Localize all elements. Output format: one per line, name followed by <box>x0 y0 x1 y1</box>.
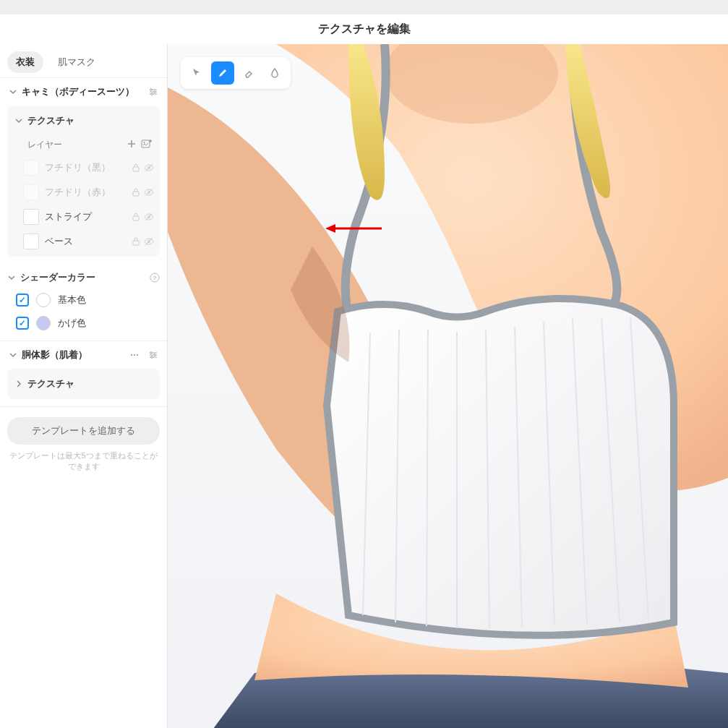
lock-icon[interactable] <box>131 163 141 173</box>
layer-thumb <box>23 209 39 225</box>
category-title: キャミ（ボディースーツ） <box>22 85 134 98</box>
svg-point-4 <box>144 142 145 143</box>
visibility-icon[interactable] <box>144 236 154 247</box>
svg-point-0 <box>150 89 153 91</box>
layer-thumb <box>23 160 39 176</box>
shader-base-row[interactable]: ✓ 基本色 <box>0 288 167 312</box>
svg-rect-11 <box>133 241 139 245</box>
settings-icon[interactable] <box>148 87 158 97</box>
svg-point-19 <box>154 354 156 356</box>
viewport-3d[interactable] <box>168 44 728 728</box>
svg-point-18 <box>150 352 153 354</box>
texture-panel: テクスチャ レイヤー フチドリ（黒） <box>7 106 160 257</box>
texture-panel-2: テクスチャ <box>7 369 160 399</box>
color-swatch[interactable] <box>36 293 51 307</box>
category-cami[interactable]: キャミ（ボディースーツ） <box>0 78 167 106</box>
tool-pointer[interactable] <box>185 61 208 85</box>
chevron-down-icon <box>7 273 16 282</box>
svg-point-17 <box>137 354 138 356</box>
svg-point-1 <box>154 91 156 93</box>
visibility-off-icon[interactable] <box>144 163 154 173</box>
checkbox-checked[interactable]: ✓ <box>16 294 29 307</box>
shader-base-label: 基本色 <box>58 294 86 307</box>
chevron-down-icon <box>14 116 23 125</box>
texture-title-2: テクスチャ <box>27 377 74 390</box>
visibility-off-icon[interactable] <box>144 187 154 197</box>
chevron-down-icon <box>9 351 17 359</box>
svg-point-20 <box>151 356 153 359</box>
layer-label: ストライプ <box>45 210 125 223</box>
layer-row[interactable]: ストライプ <box>7 205 160 229</box>
lock-icon[interactable] <box>131 187 141 197</box>
category-body-shadow[interactable]: 胴体影（肌着） <box>0 341 167 369</box>
add-template-button[interactable]: テンプレートを追加する <box>7 417 160 445</box>
layer-row[interactable]: フチドリ（黒） <box>7 155 160 180</box>
shader-shade-label: かげ色 <box>58 317 86 330</box>
shader-title: シェーダーカラー <box>20 271 95 284</box>
more-icon[interactable] <box>129 350 140 360</box>
viewport-toolbar <box>181 57 291 89</box>
lock-icon[interactable] <box>131 236 141 247</box>
tool-eraser[interactable] <box>237 61 260 85</box>
texture-title: テクスチャ <box>27 114 74 127</box>
tab-costume[interactable]: 衣装 <box>7 51 43 73</box>
page-title: テクスチャを編集 <box>0 14 728 44</box>
chevron-down-icon <box>9 87 17 96</box>
svg-rect-7 <box>133 192 139 196</box>
svg-rect-5 <box>133 167 139 171</box>
layer-row[interactable]: ベース <box>7 229 160 254</box>
template-help-text: テンプレートは最大5つまで重ねることができます <box>7 450 160 473</box>
svg-point-16 <box>134 354 135 356</box>
svg-point-2 <box>151 93 153 95</box>
texture-header[interactable]: テクスチャ <box>7 108 160 133</box>
tabs: 衣装 肌マスク <box>0 44 167 77</box>
annotation-arrow <box>325 221 383 236</box>
shader-shade-row[interactable]: ✓ かげ色 <box>0 312 167 341</box>
checkbox-checked[interactable]: ✓ <box>16 317 29 330</box>
layers-label: レイヤー <box>27 139 62 151</box>
tool-drop[interactable] <box>263 61 286 85</box>
svg-rect-9 <box>133 216 139 220</box>
svg-text:?: ? <box>153 275 157 281</box>
layer-label: フチドリ（赤） <box>45 186 125 199</box>
model-render <box>168 44 728 728</box>
tab-skinmask[interactable]: 肌マスク <box>49 51 104 73</box>
layer-label: フチドリ（黒） <box>45 161 125 174</box>
layer-thumb <box>23 184 39 200</box>
svg-marker-23 <box>325 224 335 233</box>
layer-thumb <box>23 234 39 249</box>
sidebar: 衣装 肌マスク キャミ（ボディースーツ） テクスチャ レイヤー <box>0 44 168 728</box>
chevron-right-icon <box>14 380 23 388</box>
lock-icon[interactable] <box>131 212 141 222</box>
svg-rect-3 <box>142 140 150 147</box>
tool-pencil[interactable] <box>211 61 234 85</box>
texture-header-2[interactable]: テクスチャ <box>7 372 160 396</box>
svg-point-15 <box>131 354 132 356</box>
visibility-icon[interactable] <box>144 212 154 222</box>
layer-row[interactable]: フチドリ（赤） <box>7 180 160 205</box>
layer-label: ベース <box>45 235 125 248</box>
color-swatch[interactable] <box>36 316 51 330</box>
add-layer-icon[interactable] <box>127 139 137 151</box>
settings-icon[interactable] <box>148 350 158 360</box>
add-image-layer-icon[interactable] <box>141 139 153 151</box>
help-icon[interactable]: ? <box>150 273 160 283</box>
category-title: 胴体影（肌着） <box>22 348 87 361</box>
shader-header[interactable]: シェーダーカラー ? <box>0 264 167 288</box>
